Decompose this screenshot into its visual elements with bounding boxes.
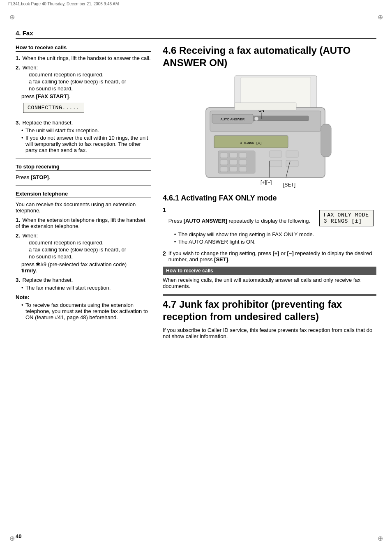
step1-press: Press xyxy=(168,218,184,224)
svg-rect-23 xyxy=(286,151,298,157)
svg-rect-15 xyxy=(239,153,247,158)
note-section: Note: To receive fax documents using the… xyxy=(16,294,151,320)
to-stop-title: To stop receiving xyxy=(16,164,151,171)
svg-text:[SET]: [SET] xyxy=(283,182,295,188)
svg-rect-18 xyxy=(239,160,247,165)
ext-dash-1: document reception is required, xyxy=(23,240,151,246)
ext-step1-num: 1. xyxy=(16,217,20,223)
left-column: How to receive calls 1. When the unit ri… xyxy=(16,44,151,341)
right-step1-content: Press [AUTO ANSWER] repeatedly to displa… xyxy=(168,207,376,246)
ext-press-text: press ✱#9 (pre-selected fax activation c… xyxy=(21,261,151,274)
step-1: 1. When the unit rings, lift the handset… xyxy=(16,55,151,61)
divider-2 xyxy=(16,185,151,186)
section-47-text: If you subscribe to Caller ID service, t… xyxy=(163,327,376,339)
step2-dash-list: document reception is required, a fax ca… xyxy=(23,71,151,92)
right-step-1: 1 Press [AUTO ANSWER] repeatedly to disp… xyxy=(163,207,376,246)
svg-text:3 RINGS      [±]: 3 RINGS [±] xyxy=(240,141,262,145)
press-label: press xyxy=(21,93,36,99)
extension-title: Extension telephone xyxy=(16,191,151,198)
step1-right-bullets: The display will show the ring setting i… xyxy=(174,231,376,245)
corner-bl-mark: ⊕ xyxy=(7,534,16,543)
step3-bullet-2: If you do not answer the call within 10 … xyxy=(21,135,151,153)
how-to-receive-right-title: How to receive calls xyxy=(163,267,376,275)
ext-step-1: 1. When the extension telephone rings, l… xyxy=(16,217,151,229)
dash-item-1: document reception is required, xyxy=(23,71,151,78)
ext-step3-bullets: The fax machine will start reception. xyxy=(21,285,151,291)
note-label: Note: xyxy=(16,294,29,300)
ext-step2-label: When: xyxy=(22,233,38,239)
corner-tl-mark: ⊕ xyxy=(7,12,16,21)
dash-item-2: a fax calling tone (slow beep) is heard,… xyxy=(23,78,151,85)
section-461-title: 4.6.1 Activating FAX ONLY mode xyxy=(163,194,376,203)
step3-bullet-1: The unit will start fax reception. xyxy=(21,127,151,134)
lcd-line1: FAX ONLY MODE xyxy=(324,212,369,218)
svg-rect-22 xyxy=(270,151,282,157)
svg-rect-16 xyxy=(220,160,228,165)
set-key: [SET] xyxy=(214,256,228,263)
plus-key: [+] xyxy=(272,250,279,256)
to-stop-text: Press [STOP]. xyxy=(16,174,151,180)
step1-text2: repeatedly to display the following. xyxy=(227,218,310,224)
firmly-label: firmly xyxy=(21,267,36,274)
step2-num: 2. xyxy=(16,64,20,71)
ext-step1-text: When the extension telephone rings, lift… xyxy=(16,217,145,229)
note-bullets: To receive fax documents using the exten… xyxy=(21,302,151,320)
ext-step-2: 2. When: document reception is required,… xyxy=(16,233,151,274)
step1-right-bullet-2: The AUTO ANSWER light is ON. xyxy=(174,239,376,245)
two-column-layout: How to receive calls 1. When the unit ri… xyxy=(16,44,376,341)
step3-num: 3. xyxy=(16,120,20,126)
step-3: 3. Replace the handset. The unit will st… xyxy=(16,120,151,153)
fax-illustration: AUTO ANSWER ON 3 RINGS [±] xyxy=(163,75,376,190)
svg-rect-30 xyxy=(321,124,331,157)
ext-dash-3: no sound is heard, xyxy=(23,253,151,260)
divider-1 xyxy=(16,158,151,159)
step-2: 2. When: document reception is required,… xyxy=(16,64,151,116)
svg-rect-19 xyxy=(220,167,228,172)
section-47-title: 4.7 Junk fax prohibitor (preventing fax … xyxy=(163,294,376,323)
minus-key: [−] xyxy=(287,250,293,256)
corner-tr-mark: ⊕ xyxy=(376,12,385,21)
ext-code: ✱#9 (pre-selected fax activation code) xyxy=(36,261,127,267)
svg-rect-25 xyxy=(286,160,298,167)
main-content: 4. Fax How to receive calls 1. When the … xyxy=(0,8,392,363)
right-step2-content: If you wish to change the ring setting, … xyxy=(168,250,376,263)
chapter-title: 4. Fax xyxy=(16,30,376,39)
ext-step3-num: 3. xyxy=(16,277,20,283)
step2-press-text: press [FAX START]. xyxy=(21,93,151,99)
svg-text:AUTO ANSWER: AUTO ANSWER xyxy=(221,117,245,121)
svg-rect-24 xyxy=(270,160,282,167)
svg-point-7 xyxy=(254,117,258,121)
stop-key: [STOP] xyxy=(31,174,49,180)
right-step1-num: 1 xyxy=(163,207,166,213)
fax-machine-svg: AUTO ANSWER ON 3 RINGS [±] xyxy=(163,75,376,190)
how-to-receive-right-text: When receiving calls, the unit will auto… xyxy=(163,277,376,289)
page-number: 40 xyxy=(16,533,21,539)
auto-answer-key: [AUTO ANSWER] xyxy=(184,218,227,224)
note-bullet: To receive fax documents using the exten… xyxy=(21,302,151,320)
ext-step3-bullet: The fax machine will start reception. xyxy=(21,285,151,291)
ext-step2-dash-list: document reception is required, a fax ca… xyxy=(23,240,151,260)
ext-step3-text: Replace the handset. xyxy=(22,277,73,283)
svg-text:[+][−]: [+][−] xyxy=(261,180,272,185)
corner-br-mark: ⊕ xyxy=(376,534,385,543)
right-step-2: 2 If you wish to change the ring setting… xyxy=(163,250,376,263)
extension-desc: You can receive fax documents using an e… xyxy=(16,201,151,214)
file-info: FL341.book Page 40 Thursday, December 21… xyxy=(8,2,119,6)
step1-text: When the unit rings, lift the handset to… xyxy=(22,55,150,61)
step2-label: When: xyxy=(22,64,38,71)
fax-start-key: [FAX START] xyxy=(36,93,69,99)
step1-num: 1. xyxy=(16,55,20,61)
ext-dash-2: a fax calling tone (slow beep) is heard,… xyxy=(23,246,151,253)
svg-rect-21 xyxy=(239,167,247,172)
step3-text: Replace the handset. xyxy=(22,120,73,126)
svg-rect-17 xyxy=(230,160,237,165)
page: FL341.book Page 40 Thursday, December 21… xyxy=(0,0,392,555)
how-to-receive-title: How to receive calls xyxy=(16,44,151,52)
lcd-line2: 3 RINGS [±] xyxy=(324,218,369,224)
section-46-title: 4.6 Receiving a fax automatically (AUTO … xyxy=(163,44,376,69)
right-column: 4.6 Receiving a fax automatically (AUTO … xyxy=(163,44,376,341)
fax-only-display: FAX ONLY MODE 3 RINGS [±] xyxy=(319,210,374,226)
svg-rect-31 xyxy=(235,103,296,110)
top-bar: FL341.book Page 40 Thursday, December 21… xyxy=(0,0,392,8)
ext-step2-num: 2. xyxy=(16,233,20,239)
